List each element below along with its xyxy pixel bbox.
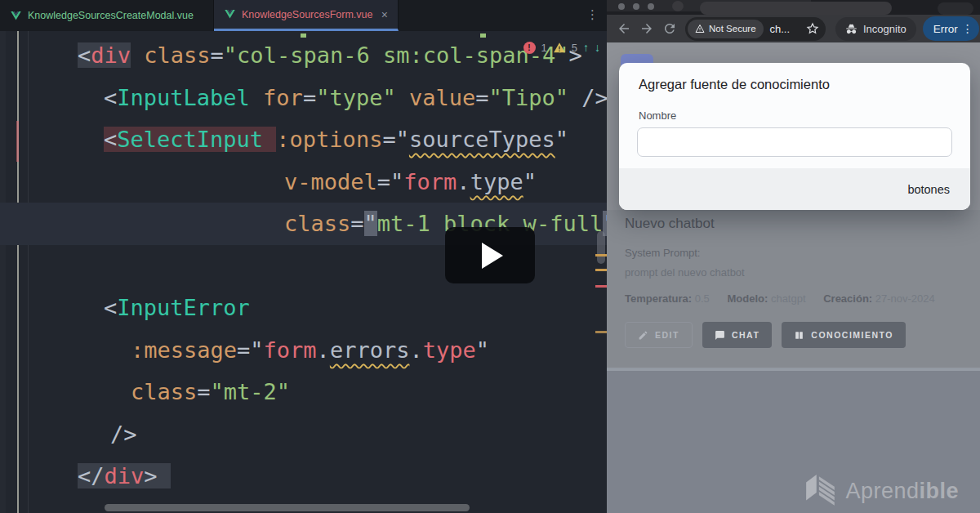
tab-knowledgesourcesform[interactable]: KnowledgeSourcesForm.vue × <box>214 0 399 31</box>
code-token: :options <box>276 127 382 152</box>
overview-ruler-warning <box>595 269 607 271</box>
warning-icon <box>695 24 705 33</box>
chatbot-title: Nuevo chatbot <box>625 216 715 232</box>
screenshot: KnowledgeSourcesCreateModal.vue Knowledg… <box>0 0 980 513</box>
vertical-scrollbar[interactable] <box>597 231 605 264</box>
add-knowledge-source-modal: Agregar fuente de conocimiento Nombre bo… <box>619 63 970 210</box>
code-line[interactable]: v-model="form.type" <box>0 161 607 203</box>
editor-tab-bar: KnowledgeSourcesCreateModal.vue Knowledg… <box>0 0 607 31</box>
window-close-button[interactable] <box>618 3 625 10</box>
code-line[interactable]: class="mt-2" <box>0 371 607 413</box>
vue-icon <box>224 8 236 20</box>
code-token: errors <box>330 337 410 363</box>
nombre-label: Nombre <box>639 109 951 122</box>
code-token: " <box>250 337 263 363</box>
incognito-label: Incognito <box>863 23 906 35</box>
code-token: for <box>263 85 303 110</box>
browser-window: Not Secure ch... Incognito Error ⋮ Nuevo… <box>607 0 980 513</box>
code-token: = <box>350 211 363 236</box>
warning-icon <box>553 42 566 54</box>
horizontal-scrollbar[interactable] <box>105 504 470 511</box>
profile-error-button[interactable]: Error ⋮ <box>923 16 979 41</box>
code-editor: KnowledgeSourcesCreateModal.vue Knowledg… <box>0 0 607 513</box>
reload-icon[interactable] <box>662 21 677 36</box>
code-line[interactable]: <SelectInput :options="sourceTypes" <box>0 118 607 161</box>
code-token: = <box>237 337 250 363</box>
temperature-label: Temperatura: <box>625 292 692 305</box>
code-token <box>568 85 581 110</box>
code-token <box>250 85 263 110</box>
url-text: ch... <box>770 23 791 35</box>
prev-problem-icon[interactable]: ↑ <box>583 41 589 54</box>
browser-active-tab[interactable] <box>700 2 892 15</box>
error-icon: ! <box>523 42 536 54</box>
bookmark-star-icon[interactable] <box>806 22 819 35</box>
code-token: value <box>409 85 475 110</box>
code-token: " <box>523 169 537 194</box>
window-zoom-button[interactable] <box>648 3 654 10</box>
code-line[interactable]: :message="form.errors.type" <box>0 329 607 372</box>
overview-ruler-warning <box>595 331 607 333</box>
video-play-button[interactable] <box>445 227 535 283</box>
code-token <box>263 127 276 152</box>
code-line[interactable]: </div> <box>0 455 607 497</box>
chatbot-meta: Temperatura: 0.5 Modelo: chatgpt Creació… <box>625 292 935 305</box>
address-bar[interactable]: Not Secure ch... <box>685 17 826 41</box>
chat-button[interactable]: CHAT <box>702 322 772 348</box>
new-tab-button[interactable] <box>938 2 973 15</box>
window-minimize-button[interactable] <box>633 3 639 10</box>
code-token: > <box>144 463 157 488</box>
aprendible-logo-icon <box>804 474 837 508</box>
back-icon[interactable] <box>617 21 631 36</box>
code-line[interactable]: <InputError <box>0 287 607 329</box>
tab-knowledgesourcescreatemodal[interactable]: KnowledgeSourcesCreateModal.vue <box>0 0 214 31</box>
code-token: = <box>382 127 395 152</box>
error-count: 1 <box>541 42 547 54</box>
code-token: form <box>264 337 317 363</box>
close-icon[interactable]: × <box>381 9 388 20</box>
creation-value: 27-nov-2024 <box>875 292 935 305</box>
edit-button[interactable]: EDIT <box>625 322 693 348</box>
temperature-value: 0.5 <box>695 292 710 305</box>
code-line[interactable]: <InputLabel for="type" value="Tipo" /> <box>0 77 607 119</box>
vue-icon <box>10 10 22 22</box>
code-line[interactable]: /> <box>0 413 607 456</box>
code-token: "type" <box>316 85 396 110</box>
code-token: . <box>409 337 422 363</box>
code-token <box>396 85 409 110</box>
code-token: "col-span-6 sm:col-span-4" <box>224 42 569 68</box>
code-token: v-model <box>284 169 377 194</box>
watermark: Aprendible <box>804 474 959 508</box>
tab-label: KnowledgeSourcesCreateModal.vue <box>28 10 194 21</box>
editor-menu-kebab-icon[interactable]: ⋮ <box>586 7 599 22</box>
code-token: type <box>423 337 476 363</box>
code-token: /> <box>110 422 137 447</box>
profile-error-label: Error <box>933 23 958 35</box>
chat-label: CHAT <box>732 330 760 340</box>
forward-icon[interactable] <box>639 21 654 36</box>
code-token: " <box>364 211 377 236</box>
next-problem-icon[interactable]: ↓ <box>595 41 600 54</box>
code-area[interactable]: ! 1 5 ↑ ↓ <div class="col-span-6 sm:col-… <box>0 31 607 513</box>
conocimiento-button[interactable]: CONOCIMIENTO <box>782 322 906 348</box>
edit-label: EDIT <box>655 330 679 340</box>
browser-menu-kebab-icon[interactable]: ⋮ <box>962 22 973 35</box>
code-token: sourceTypes <box>409 127 555 152</box>
code-token: "Tipo" <box>489 85 569 110</box>
not-secure-chip[interactable]: Not Secure <box>688 20 764 38</box>
overview-ruler-warning <box>595 254 607 256</box>
code-line[interactable]: <div class="col-span-6 sm:col-span-4"> <box>0 34 607 77</box>
code-token: type <box>470 169 523 194</box>
browser-toolbar: Not Secure ch... Incognito Error ⋮ <box>607 15 980 42</box>
chatbot-actions: EDIT CHAT CONOCIMIENTO <box>625 322 906 348</box>
pencil-icon <box>638 330 648 341</box>
code-token: </ <box>78 463 105 488</box>
code-token: :message <box>131 337 237 363</box>
browser-viewport: Nuevo chatbot System Prompt: prompt del … <box>607 42 980 513</box>
code-token: < <box>78 42 91 68</box>
incognito-icon <box>845 23 858 35</box>
nombre-input[interactable] <box>637 127 952 157</box>
code-token: InputLabel <box>117 85 250 110</box>
code-token: " <box>390 169 403 194</box>
code-token: SelectInput <box>117 127 263 152</box>
